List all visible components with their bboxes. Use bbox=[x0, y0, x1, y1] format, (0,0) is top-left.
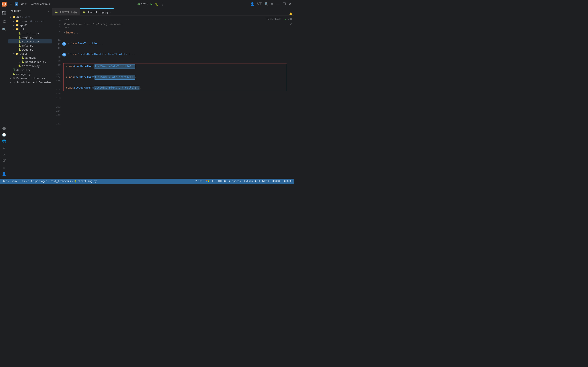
code-line-165: class AnonRateThrottle ( SimpleRateThrot… bbox=[64, 64, 286, 68]
more-options[interactable]: ⋮ bbox=[161, 2, 165, 6]
settings-icon[interactable]: ⚙ bbox=[271, 2, 273, 6]
right-gutter-icon-2[interactable]: ✓ bbox=[290, 22, 292, 26]
activity-person-icon[interactable]: 👤 bbox=[1, 171, 7, 177]
tree-item-external-libs[interactable]: ▶ ⊞ External Libraries bbox=[8, 76, 52, 80]
fold-arrow-12[interactable]: ▶ bbox=[68, 42, 69, 45]
tab-close-btn[interactable]: ✕ bbox=[110, 11, 111, 13]
spacer-203-204 bbox=[64, 79, 286, 86]
translate-icon[interactable]: A字 bbox=[257, 2, 262, 6]
svg-rect-13 bbox=[208, 181, 209, 182]
activity-play-icon[interactable]: ▷ bbox=[1, 151, 7, 158]
tree-item-app01[interactable]: ▶ 📁 app01 bbox=[8, 23, 52, 27]
svg-rect-11 bbox=[208, 180, 209, 181]
svg-rect-3 bbox=[4, 11, 6, 13]
fold-arrow-4[interactable]: ▶ bbox=[64, 31, 65, 34]
status-line-ending[interactable]: LF bbox=[212, 180, 215, 183]
status-position[interactable]: 251:1 bbox=[195, 180, 203, 183]
tree-arrow-auth: ▶ bbox=[18, 56, 21, 59]
tree-item-asgi[interactable]: 🐍 asgi.py bbox=[8, 35, 52, 39]
right-gutter-icon-1[interactable]: ≡ bbox=[290, 17, 292, 20]
reader-mode-btn[interactable]: Reader Mode bbox=[264, 17, 283, 21]
spacer-10-11 bbox=[62, 35, 288, 42]
project-dropdown[interactable]: drf ▾ bbox=[20, 2, 28, 6]
windows-logo-icon bbox=[206, 180, 209, 183]
minimize-btn[interactable]: — bbox=[275, 2, 280, 6]
status-indent[interactable]: 4 spaces bbox=[229, 180, 241, 183]
activity-layers-icon[interactable]: ⊞ bbox=[1, 144, 7, 151]
file-db-icon: 🗄 bbox=[12, 68, 16, 72]
tab-throttle[interactable]: 🐍 throttle.py bbox=[52, 8, 80, 15]
checkmark-icon[interactable]: ✓ bbox=[285, 17, 286, 21]
tick-icon[interactable]: ✓ bbox=[288, 17, 290, 21]
breadcrumb-venv[interactable]: .venv bbox=[10, 180, 17, 183]
tab-throttle-icon: 🐍 bbox=[54, 10, 58, 13]
line-numbers: 1 2 3 4 10 11 12 48 49 50 163 164 165 18… bbox=[52, 16, 62, 179]
fold-arrow-50[interactable]: ▶ bbox=[68, 52, 69, 56]
code-area[interactable]: """ Provides various throttling policies… bbox=[62, 16, 288, 179]
status-encoding[interactable]: UTF-8 bbox=[218, 180, 226, 183]
gutter-icon-12: ⊕ bbox=[62, 42, 66, 46]
svg-rect-4 bbox=[2, 13, 4, 15]
profile-icon[interactable]: 👤 bbox=[250, 2, 254, 6]
activity-project-icon[interactable] bbox=[1, 10, 7, 16]
close-btn[interactable]: ✕ bbox=[288, 2, 292, 6]
tab-throttling[interactable]: 🐍 throttling.py ✕ bbox=[80, 8, 114, 15]
run-button[interactable]: ▶ bbox=[151, 2, 153, 6]
tree-item-auth[interactable]: ▶ 🐍 auth.py bbox=[8, 56, 52, 60]
tree-item-db[interactable]: 🗄 db.sqlite3 bbox=[8, 68, 52, 72]
activity-alert-icon[interactable]: ⚠ bbox=[1, 164, 7, 171]
file-permission-icon: 🐍 bbox=[21, 60, 25, 63]
activity-image-icon[interactable]: 🖼 bbox=[1, 158, 7, 164]
activity-git-icon[interactable] bbox=[1, 18, 7, 25]
tree-arrow-external: ▶ bbox=[9, 76, 12, 80]
hamburger-menu[interactable]: ☰ bbox=[8, 2, 13, 6]
tree-item-manage[interactable]: 🐍 manage.py bbox=[8, 72, 52, 76]
code-line-1: """ bbox=[62, 18, 288, 22]
file-wsgi-icon: 🐍 bbox=[18, 48, 21, 51]
tree-item-settings[interactable]: 🐍 settings.py bbox=[8, 39, 52, 43]
tree-item-permission[interactable]: ▶ 🐍 permission.py bbox=[8, 60, 52, 64]
tree-item-utils[interactable]: ▼ 📁 utils bbox=[8, 52, 52, 56]
code-line-183-wrapper: class UserRateThrottle ( SimpleRateThrot… bbox=[64, 75, 286, 79]
svg-rect-12 bbox=[206, 181, 207, 182]
tree-arrow-venv: ▶ bbox=[12, 19, 16, 23]
debug-button[interactable]: 🐛 bbox=[155, 2, 158, 6]
tree-item-urls[interactable]: 🐍 urls.py bbox=[8, 43, 52, 48]
tab-bar: 🐍 throttle.py 🐍 throttling.py ✕ ⋮ 🔔 bbox=[52, 8, 294, 16]
status-windows-icon[interactable] bbox=[206, 180, 209, 183]
activity-terminal-icon[interactable]: ⬤ bbox=[1, 125, 7, 131]
tree-arrow-utils: ▼ bbox=[12, 52, 16, 55]
breadcrumb-drf[interactable]: drf bbox=[2, 180, 7, 183]
tree-item-scratches[interactable]: ▶ ✎ Scratches and Consoles bbox=[8, 80, 52, 84]
code-line-12: ⊕ ▶ class BaseThrottle : ... bbox=[62, 42, 288, 46]
code-line-205: class ScopedRateThrottle ( SimpleRateThr… bbox=[64, 86, 286, 90]
tree-item-wsgi[interactable]: 🐍 wsgi.py bbox=[8, 48, 52, 52]
search-icon[interactable]: 🔍 bbox=[264, 2, 268, 6]
tree-item-venv[interactable]: ▶ 📁 .venv library root bbox=[8, 19, 52, 23]
tree-arrow-drf-folder: ▼ bbox=[12, 27, 16, 31]
tree-item-init[interactable]: 🐍 __init__.py bbox=[8, 31, 52, 35]
svg-rect-2 bbox=[2, 11, 4, 13]
tree-item-drf-root[interactable]: ▼ 📁 drf E:\drf bbox=[8, 15, 52, 19]
status-right[interactable]: 0:0:0 | 0:0:0 bbox=[272, 180, 291, 183]
activity-globe-icon[interactable]: 🌐 bbox=[1, 138, 7, 144]
maximize-btn[interactable]: ❐ bbox=[282, 2, 286, 6]
notification-bell-icon[interactable]: 🔔 bbox=[289, 12, 292, 15]
breadcrumb-site-packages[interactable]: site-packages bbox=[28, 180, 47, 183]
project-badge: D bbox=[15, 2, 18, 6]
file-auth-icon: 🐍 bbox=[21, 56, 25, 59]
status-python[interactable]: Python 3.11 (drf) bbox=[244, 180, 269, 183]
tree-item-drf-folder[interactable]: ▼ 📁 drf bbox=[8, 27, 52, 31]
tab-more-btn[interactable]: ⋮ bbox=[279, 10, 287, 14]
breadcrumb-file[interactable]: 🐍 throttling.py bbox=[74, 180, 97, 183]
title-bar-right: 👤 A字 🔍 ⚙ — ❐ ✕ bbox=[250, 2, 292, 6]
tree-item-throttle[interactable]: 🐍 throttle.py bbox=[8, 64, 52, 68]
breadcrumb-lib[interactable]: Lib bbox=[20, 180, 25, 183]
activity-clock-icon[interactable]: 🕐 bbox=[1, 131, 7, 138]
svg-rect-10 bbox=[206, 180, 207, 181]
breadcrumb-rest-framework[interactable]: rest_framework bbox=[50, 180, 71, 183]
activity-search-icon[interactable]: 🔍 bbox=[1, 26, 7, 33]
version-control-btn[interactable]: Version control ▾ bbox=[29, 2, 52, 6]
sidebar-settings-icon[interactable]: ⚙ bbox=[48, 10, 49, 12]
file-settings-icon: 🐍 bbox=[18, 40, 21, 43]
